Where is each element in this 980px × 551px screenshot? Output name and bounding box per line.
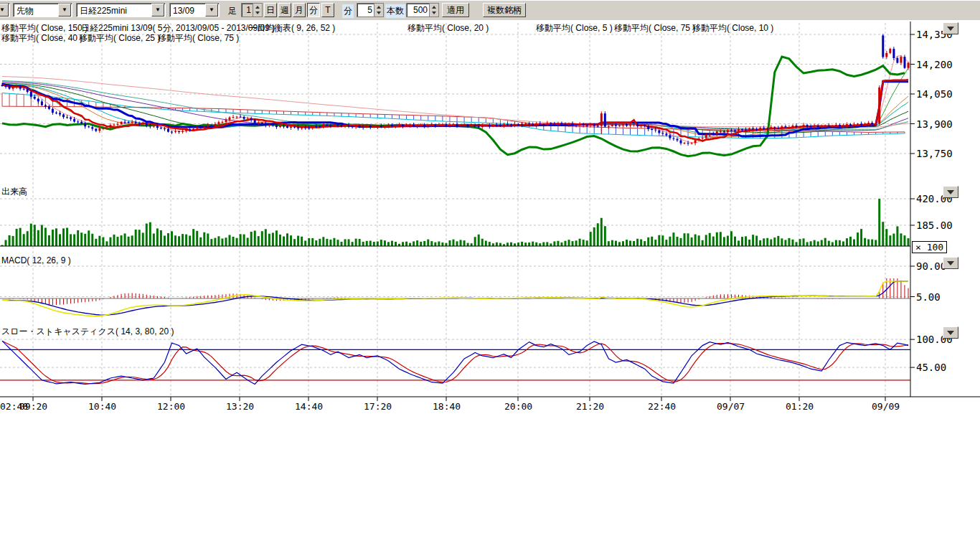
spinner-arrows-icon[interactable] bbox=[429, 4, 438, 17]
macd-panel-title: MACD( 12, 26, 9 ) bbox=[1, 255, 71, 265]
indicator-label: 移動平均( Close, 25 ) bbox=[79, 32, 160, 44]
volume-panel-title: 出来高 bbox=[1, 186, 27, 198]
spinner-arrows-icon[interactable] bbox=[374, 4, 383, 17]
chevron-down-icon bbox=[947, 27, 954, 31]
contract-month-combo[interactable]: 13/09 ▼ bbox=[169, 3, 220, 17]
price-axis-label: 13,750 bbox=[916, 148, 953, 159]
chevron-down-icon bbox=[947, 190, 954, 194]
price-axis-label: 14,050 bbox=[916, 88, 953, 100]
price-axis-label: 14,200 bbox=[916, 59, 953, 70]
macd-axis-label: 90.00 bbox=[916, 260, 946, 272]
time-axis-label: 18:40 bbox=[433, 401, 461, 412]
indicator-label: 移動平均( Close, 10 ) bbox=[692, 22, 773, 34]
apply-button[interactable]: 適用 bbox=[442, 3, 469, 17]
time-axis-label: 17:20 bbox=[364, 401, 392, 412]
chevron-down-icon bbox=[947, 261, 954, 265]
chevron-down-icon[interactable]: ▼ bbox=[151, 4, 164, 17]
stochastics-panel-title: スロー・ストキャスティクス( 14, 3, 80, 20 ) bbox=[1, 326, 174, 338]
ashi-count-value: 1 bbox=[242, 4, 253, 17]
indicator-label: 移動平均( Close, 20 ) bbox=[407, 22, 489, 34]
period-button-4[interactable]: 分 bbox=[307, 3, 320, 17]
indicator-label: 移動平均( Close, 40 ) bbox=[1, 32, 83, 44]
time-axis-label: 20:00 bbox=[504, 401, 532, 412]
time-axis-label: 12:00 bbox=[157, 401, 185, 412]
minutes-label: 分 bbox=[342, 4, 354, 18]
symbol-value: 日経225mini bbox=[77, 4, 151, 17]
price-axis-label: 13,900 bbox=[916, 118, 953, 130]
minutes-value: 5 bbox=[357, 4, 374, 17]
period-button-5[interactable]: T bbox=[321, 3, 334, 17]
time-axis-label: 09:20 bbox=[19, 401, 47, 412]
contract-month-value: 13/09 bbox=[170, 4, 204, 16]
time-axis-label: 13:20 bbox=[226, 401, 254, 412]
collapse-stochastics-panel-button[interactable] bbox=[943, 326, 958, 339]
indicator-label: 一目均衡表( 9, 26, 52 ) bbox=[248, 22, 335, 34]
instrument-type-value: 先物 bbox=[14, 4, 57, 17]
collapse-volume-panel-button[interactable] bbox=[943, 186, 958, 198]
time-axis-label: 09/09 bbox=[872, 401, 900, 412]
time-axis-label: 21:20 bbox=[576, 401, 604, 412]
symbol-combo[interactable]: 日経225mini ▼ bbox=[76, 3, 166, 17]
ashi-count-spinner[interactable]: 1 bbox=[241, 3, 263, 17]
period-button-2[interactable]: 週 bbox=[278, 3, 291, 17]
toolbar: ▼ 先物 ▼ 日経225mini ▼ 13/09 ▼ 足 1 分 5 本数 50… bbox=[0, 0, 980, 22]
time-axis-label: 22:40 bbox=[648, 401, 676, 412]
chart-plot bbox=[0, 20, 980, 422]
indicator-label: 移動平均( Close, 75 ) bbox=[614, 22, 695, 34]
instrument-type-combo[interactable]: 先物 ▼ bbox=[13, 3, 72, 17]
bar-count-value: 500 bbox=[407, 4, 429, 17]
chart-area: 移動平均( Close, 150 )日経225mini 13/09( 5分, 2… bbox=[0, 20, 980, 551]
minutes-spinner[interactable]: 5 bbox=[357, 3, 384, 17]
volume-multiplier-box: × 100 bbox=[912, 241, 947, 253]
bar-count-label: 本数 bbox=[385, 4, 405, 18]
multi-symbol-button[interactable]: 複数銘柄 bbox=[483, 3, 526, 17]
chevron-down-icon[interactable]: ▼ bbox=[205, 4, 218, 17]
period-button-1[interactable]: 日 bbox=[264, 3, 277, 17]
macd-axis-label: 5.00 bbox=[916, 291, 941, 303]
time-axis-label: 09/07 bbox=[717, 401, 745, 412]
chevron-down-icon[interactable]: ▼ bbox=[58, 4, 71, 17]
spinner-arrows-icon[interactable] bbox=[253, 4, 262, 17]
left-edge-combo[interactable]: ▼ bbox=[0, 3, 10, 17]
time-axis-label: 01:20 bbox=[786, 401, 814, 412]
chevron-down-icon bbox=[947, 331, 954, 335]
bar-count-spinner[interactable]: 500 bbox=[406, 3, 439, 17]
indicator-label: 移動平均( Close, 75 ) bbox=[158, 32, 239, 44]
collapse-macd-panel-button[interactable] bbox=[943, 257, 958, 269]
chart-application-window: ▼ 先物 ▼ 日経225mini ▼ 13/09 ▼ 足 1 分 5 本数 50… bbox=[0, 0, 980, 551]
volume-axis-label: 185.00 bbox=[916, 220, 953, 231]
collapse-main-panel-button[interactable] bbox=[943, 22, 958, 34]
time-axis-label: 10:40 bbox=[88, 401, 116, 412]
stoch-axis-label: 45.00 bbox=[916, 362, 946, 373]
period-button-3[interactable]: 月 bbox=[293, 3, 306, 17]
ashi-label: 足 bbox=[228, 5, 237, 17]
chevron-down-icon[interactable]: ▼ bbox=[0, 4, 9, 17]
indicator-label: 移動平均( Close, 5 ) bbox=[536, 22, 613, 34]
time-axis-label: 14:40 bbox=[295, 401, 323, 412]
